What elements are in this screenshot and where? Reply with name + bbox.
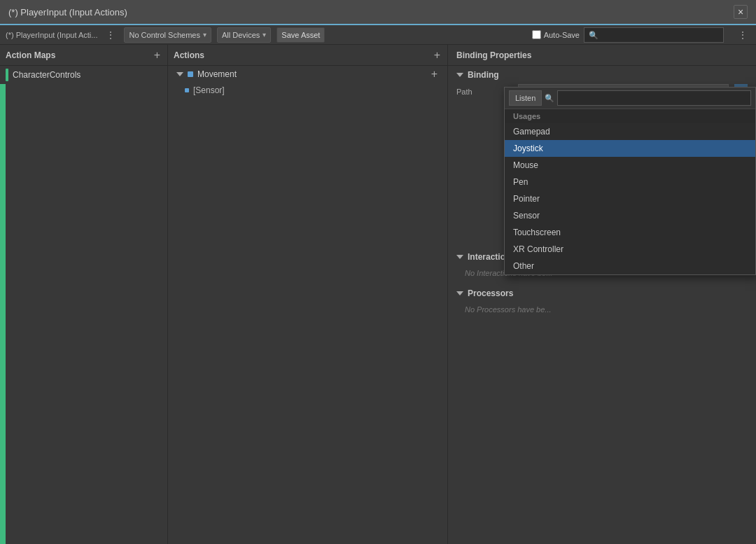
listen-button[interactable]: Listen [509,90,542,106]
control-schemes-label: No Control Schemes [129,31,200,39]
save-asset-label: Save Asset [281,31,320,39]
sensor-label: [Sensor] [193,85,225,95]
actions-panel: Actions + Movement + [Sensor] [168,45,448,544]
control-schemes-chevron: ▾ [203,31,206,39]
add-movement-button[interactable]: + [430,69,439,80]
action-map-item-charactercontrols[interactable]: CharacterControls [0,66,167,84]
auto-save-text: Auto-Save [544,31,580,39]
dropdown-item-pen[interactable]: Pen [505,174,755,190]
dropdown-item-touchscreen[interactable]: Touchscreen [505,224,755,241]
modal-window: (*) PlayerInput (Input Actions) × (*) Pl… [0,0,756,544]
all-devices-label: All Devices [222,31,260,39]
character-controls-label: CharacterControls [13,70,80,80]
action-maps-header: Action Maps + [0,45,167,66]
processors-expand-icon [456,291,463,295]
dropdown-item-gamepad[interactable]: Gamepad [505,123,755,140]
dropdown-item-sensor[interactable]: Sensor [505,207,755,224]
interactions-expand-icon [456,255,463,259]
modal-content: Action Maps + CharacterControls Actions … [0,45,756,544]
movement-label: Movement [197,69,237,79]
processors-section: Processors No Processors have be... [448,284,756,321]
actions-header: Actions + [168,45,447,66]
listen-label: Listen [515,94,536,102]
dropdown-list: UsagesGamepadJoystickMousePenPointerSens… [505,109,755,274]
character-controls-color-bar [6,69,8,81]
dropdown-search-row: Listen 🔍 [505,88,755,109]
action-maps-title: Action Maps [6,50,55,60]
dropdown-category-usages: Usages [505,109,755,123]
dropdown-item-xr-controller[interactable]: XR Controller [505,241,755,258]
search-input[interactable] [584,27,724,43]
add-action-button[interactable]: + [433,50,442,61]
modal-close-button[interactable]: × [734,5,748,19]
dropdown-item-pointer[interactable]: Pointer [505,190,755,207]
close-icon: × [738,6,743,18]
all-devices-chevron: ▾ [262,31,266,39]
modal-title: (*) PlayerInput (Input Actions) [8,7,127,18]
binding-section-label: Binding [468,70,499,80]
add-action-map-button[interactable]: + [153,50,162,61]
processors-section-header: Processors [456,288,748,298]
binding-properties-panel: Binding Properties Binding Path [Sensor]… [448,45,756,544]
movement-binding-dot [188,71,193,77]
modal-title-bar: (*) PlayerInput (Input Actions) × [0,0,756,25]
green-accent-bar [0,84,6,544]
auto-save-label[interactable]: Auto-Save [532,30,580,39]
binding-section-header: Binding [456,70,748,80]
action-item-movement[interactable]: Movement + [168,66,447,83]
no-processors-text: No Processors have be... [456,302,748,316]
actions-title: Actions [174,50,204,60]
binding-properties-title: Binding Properties [456,50,531,60]
binding-expand-icon [456,73,463,77]
path-dropdown: Listen 🔍 UsagesGamepadJoystickMousePenPo… [504,87,756,275]
sub-header-right-dots[interactable]: ⋮ [735,29,750,41]
autosave-area: Auto-Save [532,27,724,43]
save-asset-button[interactable]: Save Asset [276,27,325,43]
binding-properties-header: Binding Properties [448,45,756,66]
dropdown-item-joystick[interactable]: Joystick [505,140,755,157]
action-maps-panel: Action Maps + CharacterControls [0,45,168,544]
all-devices-dropdown[interactable]: All Devices ▾ [217,27,271,43]
control-schemes-dropdown[interactable]: No Control Schemes ▾ [124,27,211,43]
modal-sub-header: (*) PlayerInput (Input Acti... ⋮ No Cont… [0,25,756,45]
search-icon: 🔍 [545,94,554,103]
dropdown-item-other[interactable]: Other [505,258,755,274]
dropdown-item-mouse[interactable]: Mouse [505,157,755,174]
sub-header-dots[interactable]: ⋮ [103,29,118,41]
binding-section: Binding Path [Sensor] ▾ T Listen [448,66,756,108]
sensor-binding-dot [185,88,189,92]
auto-save-checkbox[interactable] [532,30,541,39]
processors-label: Processors [468,288,513,298]
dropdown-search-input[interactable] [557,90,751,106]
action-sub-item-sensor[interactable]: [Sensor] [168,83,447,98]
modal-breadcrumb: (*) PlayerInput (Input Acti... [6,31,97,39]
movement-expand-icon [176,72,183,76]
